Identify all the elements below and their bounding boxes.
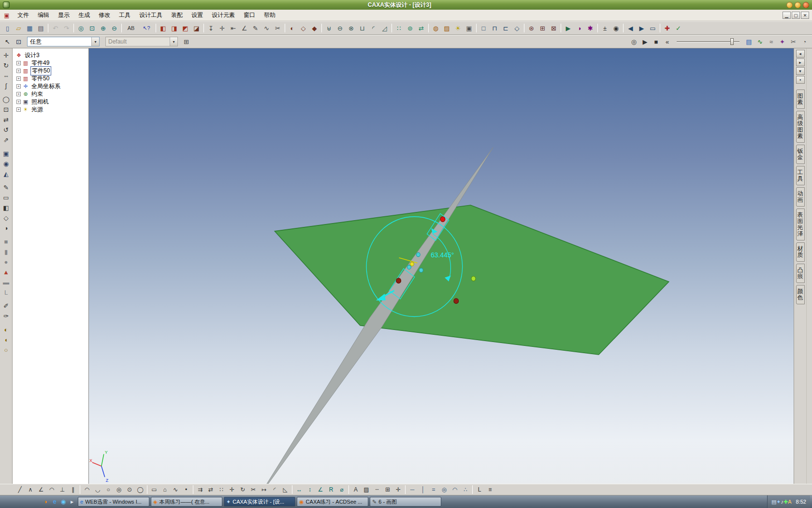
- tree-expander-icon[interactable]: +: [16, 100, 21, 104]
- hatch-2d-icon[interactable]: ▨: [362, 485, 371, 494]
- dim-diameter-icon[interactable]: ⌀: [337, 485, 347, 494]
- rotate-tool-icon[interactable]: ↻: [1, 60, 11, 70]
- mdi-restore-icon[interactable]: ▢: [792, 12, 800, 19]
- view-front-icon[interactable]: □: [478, 23, 489, 33]
- zoom-window-icon[interactable]: ⊡: [87, 23, 97, 33]
- menu-item-7[interactable]: 设计工具: [135, 10, 167, 20]
- tree-expander-icon[interactable]: +: [16, 69, 21, 73]
- edit-sketch-icon[interactable]: ✎: [1, 182, 11, 192]
- assembly-tool-icon[interactable]: ⊞: [537, 23, 548, 33]
- fly-tool-icon[interactable]: ⇗: [1, 135, 11, 145]
- boolean-union-icon[interactable]: ⊎: [324, 23, 334, 33]
- tree-item-label[interactable]: 光源: [30, 105, 44, 114]
- menu-item-8[interactable]: 装配: [167, 10, 187, 20]
- sketch-2d-icon[interactable]: ✎: [250, 23, 261, 33]
- tree-root[interactable]: ❖设计3: [15, 52, 87, 59]
- menu-item-3[interactable]: 显示: [54, 10, 74, 20]
- side-tab-7[interactable]: 材质: [796, 242, 805, 262]
- pan-tool-icon[interactable]: ⇄: [1, 115, 11, 124]
- spline-tool-icon[interactable]: ∿: [261, 23, 272, 33]
- menu-item-9[interactable]: 设置: [187, 10, 207, 20]
- constraint-equal-icon[interactable]: =: [429, 485, 438, 494]
- line-parallel-icon[interactable]: ∥: [68, 485, 78, 494]
- ellipse-tool-icon[interactable]: ◯: [135, 485, 145, 494]
- ambient-light-icon[interactable]: ○: [1, 345, 11, 355]
- cylinder-primitive-icon[interactable]: ▮: [1, 247, 11, 256]
- repair-tool-icon[interactable]: ✚: [662, 23, 672, 33]
- combo-arrow-icon[interactable]: [91, 37, 99, 46]
- arc-three-point-icon[interactable]: ◠: [82, 485, 92, 494]
- mirror-feature-icon[interactable]: ⇄: [416, 23, 426, 33]
- find-text-icon[interactable]: AB: [124, 23, 138, 33]
- tree-expander-icon[interactable]: +: [16, 92, 21, 96]
- analyze-tool-icon[interactable]: ✓: [673, 23, 683, 33]
- eyedropper-icon[interactable]: ✐: [1, 301, 11, 311]
- viewport-3d[interactable]: 63.445° X Y Z: [89, 48, 794, 484]
- snap-point-green[interactable]: [471, 276, 476, 281]
- zoom-tool-icon[interactable]: ◯: [1, 94, 11, 104]
- slab-primitive-icon[interactable]: ▬: [1, 277, 11, 287]
- tree-item-label[interactable]: 设计3: [24, 51, 41, 60]
- redo-icon[interactable]: ↷: [61, 23, 72, 33]
- maximize-button[interactable]: [795, 2, 801, 8]
- shell-feature-icon[interactable]: ⊔: [357, 23, 367, 33]
- wireframe-mode-icon[interactable]: ◇: [298, 23, 308, 33]
- taskbar-task[interactable]: eWEB迅雷 - Windows I...: [78, 497, 149, 507]
- sphere-primitive-icon[interactable]: ●: [1, 257, 11, 267]
- render-tool-icon[interactable]: ◑: [574, 23, 584, 33]
- assembly-tree-icon[interactable]: ⊞: [181, 37, 191, 47]
- snap-toggle-icon[interactable]: ✛: [393, 485, 403, 494]
- circle-two-point-icon[interactable]: ◎: [114, 485, 124, 494]
- menu-item-10[interactable]: 设计元素: [207, 10, 239, 20]
- tray-scanner-icon[interactable]: ▤: [771, 499, 776, 505]
- play-icon[interactable]: ▶: [640, 37, 650, 47]
- curve-edit-icon[interactable]: ∿: [755, 37, 765, 47]
- side-tab-9[interactable]: 颜色: [796, 285, 805, 304]
- 3d-scene[interactable]: 63.445° X Y Z: [89, 48, 794, 484]
- sweep-feature-icon[interactable]: ◩: [180, 23, 190, 33]
- side-tab-5[interactable]: 动画: [796, 187, 805, 207]
- context-help-icon[interactable]: ↖?: [139, 23, 154, 33]
- taskbar-task[interactable]: ◉CAXA练习 - ACDSee ...: [297, 497, 368, 507]
- loft-feature-icon[interactable]: ◪: [191, 23, 202, 33]
- spotlight-tool-icon[interactable]: ◐: [1, 325, 11, 334]
- undo-icon[interactable]: ↶: [50, 23, 60, 33]
- light-tool-icon[interactable]: ☀: [453, 23, 463, 33]
- constraint-symmetric-icon[interactable]: ∴: [461, 485, 470, 494]
- perspective-toggle-icon[interactable]: ◭: [1, 169, 11, 179]
- spline-2d-icon[interactable]: ∿: [171, 485, 180, 494]
- tree-item[interactable]: +▥零件50: [14, 75, 87, 82]
- minimize-button[interactable]: [786, 2, 793, 8]
- delete-tool-icon[interactable]: ✂: [273, 23, 283, 33]
- tree-expander-icon[interactable]: +: [16, 107, 21, 112]
- wireframe-toggle-icon[interactable]: ◇: [1, 213, 11, 223]
- animation-slider[interactable]: [677, 37, 740, 46]
- view-top-icon[interactable]: ⊓: [490, 23, 500, 33]
- menu-item-6[interactable]: 工具: [115, 10, 135, 20]
- quick-launch-chevron-icon[interactable]: ▸: [68, 497, 76, 506]
- constraint-vertical-icon[interactable]: │: [418, 485, 428, 494]
- dim-linear-icon[interactable]: ↔: [294, 485, 304, 494]
- constraint-tool-icon[interactable]: ⊛: [526, 23, 536, 33]
- anchor-tool-icon[interactable]: ↧: [206, 23, 216, 33]
- select-cursor-icon[interactable]: ↖: [2, 37, 13, 47]
- loop-mode-icon[interactable]: ◎: [629, 37, 639, 47]
- circle-three-point-icon[interactable]: ⊙: [125, 485, 134, 494]
- tree-expander-icon[interactable]: +: [16, 84, 21, 89]
- menu-item-12[interactable]: 帮助: [260, 10, 280, 20]
- ortho-mode-icon[interactable]: L: [475, 485, 484, 494]
- chamfer-feature-icon[interactable]: ◿: [379, 23, 390, 33]
- material-tool-icon[interactable]: ◍: [431, 23, 441, 33]
- zoom-out-icon[interactable]: ⊖: [109, 23, 119, 33]
- scroll-right-icon[interactable]: ▸: [796, 59, 805, 66]
- internet-explorer-icon[interactable]: e: [50, 497, 59, 506]
- constraint-tangent-icon[interactable]: ◠: [450, 485, 460, 494]
- tree-item[interactable]: +✛全局坐标系: [14, 83, 87, 90]
- curve-tool-icon[interactable]: ∫: [1, 81, 11, 90]
- format-brush-icon[interactable]: ✑: [1, 311, 11, 321]
- pattern-circular-icon[interactable]: ⊚: [405, 23, 415, 33]
- extrude-feature-icon[interactable]: ◧: [158, 23, 168, 33]
- drawing-sheet-icon[interactable]: ▤: [744, 37, 754, 47]
- pattern-linear-icon[interactable]: ∷: [394, 23, 404, 33]
- line-continuous-icon[interactable]: ∧: [26, 485, 35, 494]
